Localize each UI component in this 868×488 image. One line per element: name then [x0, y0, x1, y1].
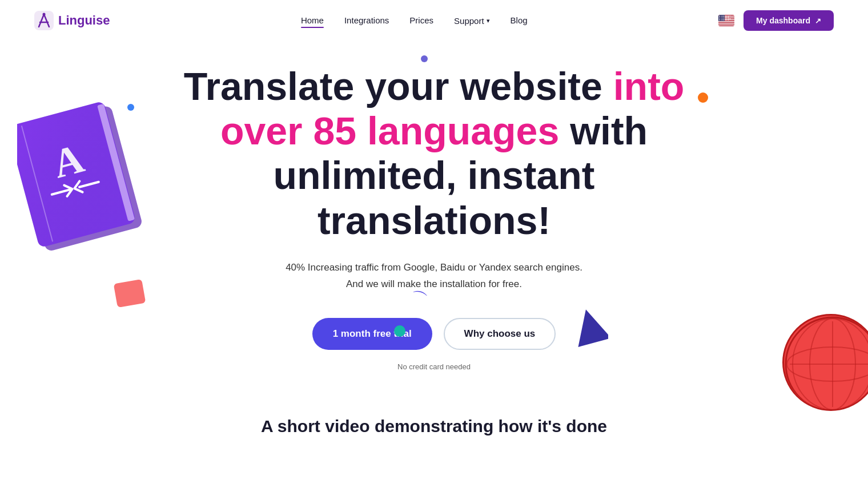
bottom-title: A short video demonstrating how it's don… — [0, 417, 868, 436]
hero-section: A Translate your website into over 85 la… — [0, 41, 868, 405]
hero-headline: Translate your website into over 85 lang… — [177, 64, 691, 243]
external-link-icon: ↗ — [815, 17, 821, 25]
nav-links: Home Integrations Prices Support ▾ Blog — [301, 15, 528, 26]
svg-point-1 — [43, 13, 46, 16]
no-credit-text: No credit card needed — [397, 362, 471, 371]
nav-item-integrations[interactable]: Integrations — [344, 15, 389, 26]
headline-part1: Translate your website — [184, 64, 613, 108]
nav-item-home[interactable]: Home — [301, 15, 324, 26]
hero-subtitle: 40% Increasing traffic from Google, Baid… — [286, 260, 582, 293]
svg-marker-20 — [574, 309, 608, 347]
chevron-down-icon: ▾ — [487, 17, 490, 25]
logo-icon — [34, 11, 54, 30]
logo[interactable]: Linguise — [34, 11, 110, 30]
subtitle-line2: And we will make the installation for fr… — [346, 279, 522, 289]
bottom-section: A short video demonstrating how it's don… — [0, 405, 868, 453]
nav-link-support[interactable]: Support ▾ — [454, 16, 490, 26]
nav-right: ★ ★ ★ ★ ★ ★ ★ ★ ★ ★ ★ ★ ★ ★ ★ ★ ★ ★ ★ ★ … — [718, 10, 834, 31]
dot-blue-small — [127, 104, 134, 111]
blue-triangle — [574, 309, 608, 351]
nav-item-blog[interactable]: Blog — [511, 15, 528, 26]
nav-link-integrations[interactable]: Integrations — [344, 15, 389, 25]
language-flag[interactable]: ★ ★ ★ ★ ★ ★ ★ ★ ★ ★ ★ ★ ★ ★ ★ ★ ★ ★ ★ ★ … — [718, 15, 734, 26]
cta-why-button[interactable]: Why choose us — [444, 318, 556, 350]
nav-link-blog[interactable]: Blog — [511, 15, 528, 25]
nav-item-support[interactable]: Support ▾ — [454, 16, 490, 26]
dashboard-button[interactable]: My dashboard ↗ — [744, 10, 834, 31]
svg-rect-7 — [718, 23, 734, 24]
cta-trial-button[interactable]: 1 month free trial — [312, 318, 432, 350]
svg-text:★ ★ ★ ★ ★: ★ ★ ★ ★ ★ — [719, 19, 729, 21]
dot-teal — [394, 325, 405, 337]
nav-link-prices[interactable]: Prices — [409, 15, 433, 25]
book-illustration: A — [17, 98, 143, 258]
main-nav: Linguise Home Integrations Prices Suppor… — [0, 0, 868, 41]
red-globe-circle — [782, 314, 868, 411]
svg-rect-8 — [718, 25, 734, 26]
hero-buttons: 1 month free trial Why choose us — [312, 318, 556, 350]
nav-link-home[interactable]: Home — [301, 15, 324, 25]
logo-text: Linguise — [58, 13, 110, 28]
nav-item-prices[interactable]: Prices — [409, 15, 433, 26]
pink-shape — [114, 279, 146, 308]
subtitle-line1: 40% Increasing traffic from Google, Baid… — [286, 262, 582, 273]
